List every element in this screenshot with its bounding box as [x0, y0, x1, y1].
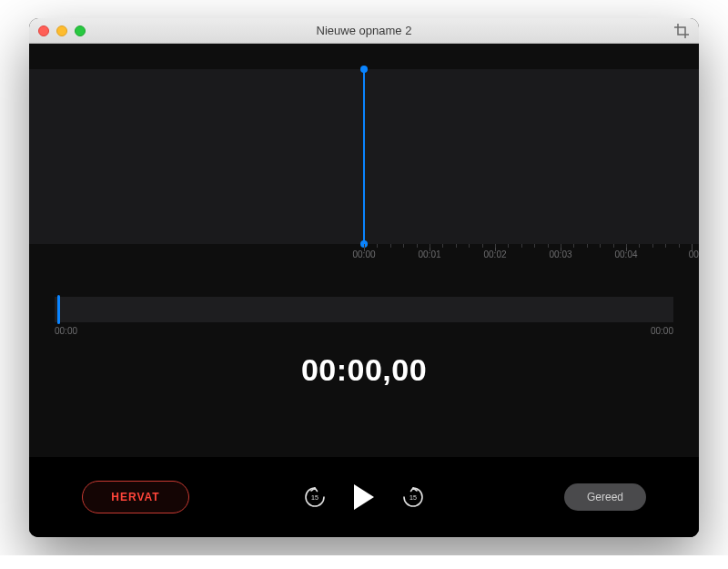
play-icon[interactable] [354, 484, 374, 510]
ruler-label: 00:01 [418, 249, 440, 259]
done-button[interactable]: Gereed [564, 483, 646, 511]
skip-forward-icon[interactable]: 15 [401, 485, 425, 509]
playback-controls: 15 15 [303, 484, 425, 510]
playhead-line [363, 69, 365, 244]
scrubber-end: 00:00 [651, 326, 673, 336]
trim-icon[interactable] [673, 23, 690, 39]
ruler-label: 00:04 [614, 249, 637, 259]
resume-button[interactable]: HERVAT [82, 481, 189, 513]
waveform-area[interactable]: 00:00 00:01 00:02 00:03 [29, 69, 699, 244]
scrubber-labels: 00:00 00:00 [55, 326, 673, 336]
minimize-icon[interactable] [56, 25, 67, 36]
app-window: Nieuwe opname 2 00:00 [29, 18, 699, 537]
close-icon[interactable] [38, 25, 49, 36]
content: 00:00 00:01 00:02 00:03 [29, 44, 699, 537]
window-title: Nieuwe opname 2 [29, 24, 699, 37]
fullscreen-icon[interactable] [75, 25, 86, 36]
scrubber-playhead[interactable] [57, 295, 60, 324]
scrubber-start: 00:00 [55, 326, 77, 336]
titlebar: Nieuwe opname 2 [29, 18, 699, 44]
ruler-label: 00 [689, 249, 699, 259]
ruler-label: 00:03 [549, 249, 571, 259]
window-controls [38, 25, 86, 36]
ruler-label: 00:00 [352, 249, 375, 259]
timer-display: 00:00,00 [29, 352, 699, 388]
ruler-label: 00:02 [483, 249, 506, 259]
scrubber[interactable] [55, 297, 673, 322]
control-bar: HERVAT 15 15 [29, 457, 699, 537]
svg-text:15: 15 [410, 494, 417, 501]
svg-text:15: 15 [311, 494, 318, 501]
time-ruler: 00:00 00:01 00:02 00:03 [364, 244, 699, 260]
skip-back-icon[interactable]: 15 [303, 485, 327, 509]
